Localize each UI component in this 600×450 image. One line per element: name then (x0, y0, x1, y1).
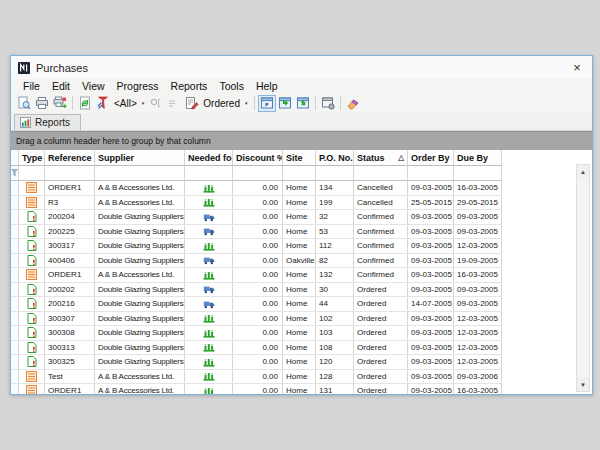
column-header-type[interactable]: Type (19, 150, 45, 165)
scrollbar-track[interactable] (577, 178, 589, 378)
cell-reference[interactable]: 400406 (45, 254, 95, 268)
group-by-panel[interactable]: Drag a column header here to group by th… (11, 131, 592, 150)
cell-reference[interactable]: 300307 (45, 312, 95, 326)
cell-site[interactable]: Home (283, 297, 316, 311)
cell-needed-for[interactable] (185, 225, 233, 239)
filter-cell-discount[interactable] (233, 166, 283, 180)
cell-needed-for[interactable] (185, 312, 233, 326)
cell-discount[interactable]: 0.00 (233, 239, 283, 253)
cell-due-by[interactable]: 16-03-2005 (454, 268, 502, 282)
cell-status[interactable]: Ordered (354, 326, 408, 340)
table-row[interactable]: 300317Double Glazing Suppliers0.00Home11… (11, 239, 502, 254)
cell-type[interactable] (19, 254, 45, 268)
cell-reference[interactable]: 200202 (45, 283, 95, 297)
cell-order-by[interactable]: 09-03-2005 (408, 268, 454, 282)
cell-order-by[interactable]: 25-05-2015 (408, 196, 454, 210)
cell-p-o-no[interactable]: 134 (316, 181, 354, 195)
close-icon[interactable]: × (568, 59, 586, 77)
cell-reference[interactable]: R3 (45, 196, 95, 210)
column-header-due-by[interactable]: Due By (454, 150, 502, 165)
cell-discount[interactable]: 0.00 (233, 268, 283, 282)
filter-cell-type[interactable] (19, 166, 45, 180)
cell-needed-for[interactable] (185, 355, 233, 369)
cell-status[interactable]: Confirmed (354, 268, 408, 282)
column-header-discount[interactable]: Discount % (233, 150, 283, 165)
cell-order-by[interactable]: 09-03-2005 (408, 326, 454, 340)
menu-item-edit[interactable]: Edit (46, 80, 76, 92)
cell-supplier[interactable]: Double Glazing Suppliers (95, 283, 185, 297)
cell-discount[interactable]: 0.00 (233, 283, 283, 297)
cell-type[interactable] (19, 181, 45, 195)
cell-reference[interactable]: ORDER1 (45, 268, 95, 282)
column-header-p-o-no[interactable]: P.O. No. (316, 150, 354, 165)
cell-p-o-no[interactable]: 131 (316, 384, 354, 394)
cell-supplier[interactable]: Double Glazing Suppliers (95, 210, 185, 224)
cell-discount[interactable]: 0.00 (233, 370, 283, 384)
cell-type[interactable] (19, 297, 45, 311)
menu-item-help[interactable]: Help (250, 80, 284, 92)
cell-due-by[interactable]: 29-05-2015 (454, 196, 502, 210)
cell-due-by[interactable]: 19-09-2005 (454, 254, 502, 268)
cell-supplier[interactable]: A & B Accessories Ltd. (95, 384, 185, 394)
cell-needed-for[interactable] (185, 283, 233, 297)
cell-p-o-no[interactable]: 128 (316, 370, 354, 384)
filter-cell-site[interactable] (283, 166, 316, 180)
cell-p-o-no[interactable]: 44 (316, 297, 354, 311)
cell-supplier[interactable]: Double Glazing Suppliers (95, 239, 185, 253)
cell-discount[interactable]: 0.00 (233, 254, 283, 268)
cell-order-by[interactable]: 09-03-2005 (408, 312, 454, 326)
cell-discount[interactable]: 0.00 (233, 196, 283, 210)
cell-needed-for[interactable] (185, 181, 233, 195)
cell-site[interactable]: Home (283, 283, 316, 297)
cell-status[interactable]: Confirmed (354, 225, 408, 239)
cell-order-by[interactable]: 09-03-2005 (408, 210, 454, 224)
cell-p-o-no[interactable]: 32 (316, 210, 354, 224)
cell-due-by[interactable]: 16-03-2005 (454, 181, 502, 195)
cell-due-by[interactable]: 12-03-2005 (454, 326, 502, 340)
cell-status[interactable]: Ordered (354, 341, 408, 355)
tab-reports[interactable]: Reports (14, 114, 81, 130)
cell-type[interactable] (19, 196, 45, 210)
column-header-reference[interactable]: Reference (45, 150, 95, 165)
menu-item-view[interactable]: View (76, 80, 111, 92)
cell-site[interactable]: Home (283, 341, 316, 355)
cell-needed-for[interactable] (185, 268, 233, 282)
cell-needed-for[interactable] (185, 254, 233, 268)
cell-needed-for[interactable] (185, 370, 233, 384)
cell-reference[interactable]: 200204 (45, 210, 95, 224)
cell-needed-for[interactable] (185, 341, 233, 355)
cell-reference[interactable]: 200225 (45, 225, 95, 239)
cell-type[interactable] (19, 239, 45, 253)
print-preview-icon[interactable] (15, 95, 33, 112)
cell-due-by[interactable]: 12-03-2005 (454, 341, 502, 355)
cell-type[interactable] (19, 355, 45, 369)
cell-order-by[interactable]: 14-07-2005 (408, 297, 454, 311)
table-row[interactable]: 200216Double Glazing Suppliers0.00Home44… (11, 297, 502, 312)
cell-discount[interactable]: 0.00 (233, 181, 283, 195)
cell-type[interactable] (19, 326, 45, 340)
filter-value[interactable]: <All> (112, 98, 139, 109)
cell-supplier[interactable]: Double Glazing Suppliers (95, 341, 185, 355)
table-row[interactable]: 300308Double Glazing Suppliers0.00Home10… (11, 326, 502, 341)
cell-due-by[interactable]: 12-03-2005 (454, 355, 502, 369)
cell-type[interactable] (19, 283, 45, 297)
table-row[interactable]: 400406Double Glazing Suppliers0.00Oakvil… (11, 254, 502, 269)
cell-p-o-no[interactable]: 132 (316, 268, 354, 282)
table-row[interactable]: ORDER1A & B Accessories Ltd.0.00Home134C… (11, 181, 502, 196)
cell-reference[interactable]: ORDER1 (45, 181, 95, 195)
filter-cell-supplier[interactable] (95, 166, 185, 180)
cell-due-by[interactable]: 12-03-2005 (454, 239, 502, 253)
cell-discount[interactable]: 0.00 (233, 341, 283, 355)
chevron-down-icon[interactable]: ▾ (242, 100, 251, 106)
cell-needed-for[interactable] (185, 210, 233, 224)
cell-due-by[interactable]: 12-03-2005 (454, 312, 502, 326)
cell-discount[interactable]: 0.00 (233, 384, 283, 394)
cell-status[interactable]: Cancelled (354, 181, 408, 195)
cell-due-by[interactable]: 09-03-2005 (454, 210, 502, 224)
filter-cell-reference[interactable] (45, 166, 95, 180)
title-bar[interactable]: Purchases × (11, 56, 592, 79)
cell-order-by[interactable]: 09-03-2005 (408, 254, 454, 268)
cell-site[interactable]: Home (283, 384, 316, 394)
cell-order-by[interactable]: 09-03-2005 (408, 384, 454, 394)
cell-site[interactable]: Home (283, 326, 316, 340)
